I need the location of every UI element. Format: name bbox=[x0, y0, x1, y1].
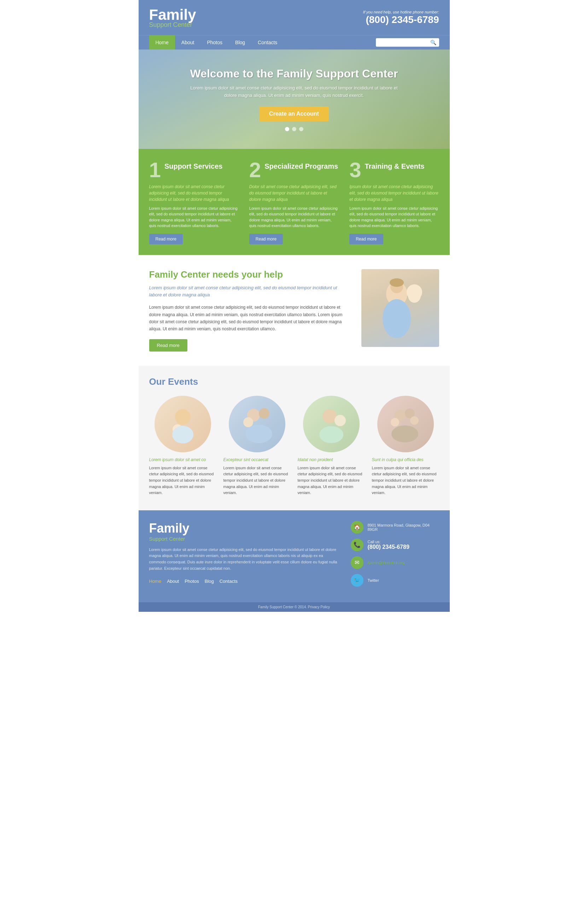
event-title-2: Excepteur sint occaecat bbox=[223, 457, 291, 462]
search-input[interactable] bbox=[379, 40, 428, 45]
footer-left: Family Support Center Lorem ipsum dolor … bbox=[149, 521, 340, 592]
event-circle-4 bbox=[377, 396, 434, 452]
help-highlight: Lorem ipsum dolor sit amet conse ctetur … bbox=[149, 284, 351, 299]
service-highlight-2: Dolor sit amet conse ctetur adipisicing … bbox=[249, 184, 339, 203]
svg-point-7 bbox=[175, 409, 191, 425]
service-title-2: Specialized Programs bbox=[265, 162, 338, 170]
twitter-text: Twitter bbox=[368, 578, 379, 582]
service-programs: 2 Specialized Programs Dolor sit amet co… bbox=[249, 160, 339, 244]
footer-right: 🏠 8901 Marmora Road, Glasgow, D04 89GR 📞… bbox=[351, 521, 439, 592]
event-title-1: Lorem ipsum dolor sit amet co bbox=[149, 457, 216, 462]
events-section: Our Events Lorem ipsum dolor sit amet co… bbox=[139, 366, 450, 510]
header: Family Support Center If you need help, … bbox=[139, 0, 450, 35]
search-bar[interactable]: 🔍 bbox=[376, 38, 439, 47]
svg-point-9 bbox=[172, 426, 194, 443]
hero-title: Welcome to the Family Support Center bbox=[188, 67, 400, 80]
contact-phone: 📞 Call us: (800) 2345-6789 bbox=[351, 539, 439, 551]
address-text: 8901 Marmora Road, Glasgow, D04 89GR bbox=[368, 523, 439, 532]
nav-about[interactable]: About bbox=[175, 36, 201, 50]
svg-point-20 bbox=[410, 416, 418, 425]
service-highlight-3: Ipsum dolor sit amet conse ctetur adipis… bbox=[349, 184, 439, 203]
hero-dot-3[interactable] bbox=[299, 127, 304, 131]
search-icon: 🔍 bbox=[430, 40, 436, 45]
hero-subtitle: Lorem ipsum dolor sit amet conse ctetur … bbox=[188, 84, 400, 99]
help-readmore-button[interactable]: Read more bbox=[149, 339, 187, 351]
event-illustration-2 bbox=[236, 403, 278, 445]
event-illustration-1 bbox=[162, 403, 204, 445]
footer-nav-contacts[interactable]: Contacts bbox=[220, 579, 237, 584]
logo-family: Family bbox=[149, 6, 196, 23]
help-section: Family Center needs your help Lorem ipsu… bbox=[139, 255, 450, 366]
events-title: Our Events bbox=[149, 376, 439, 387]
event-circle-1 bbox=[155, 396, 211, 452]
footer-logo: Family Support Center bbox=[149, 521, 340, 542]
phone-icon: 📞 bbox=[351, 539, 363, 551]
footer-nav-photos[interactable]: Photos bbox=[184, 579, 199, 584]
footer-logo-family: Family bbox=[149, 521, 189, 535]
hero-section: Welcome to the Family Support Center Lor… bbox=[139, 50, 450, 149]
service-readmore-3[interactable]: Read more bbox=[349, 234, 383, 244]
footer-nav-blog[interactable]: Blog bbox=[205, 579, 214, 584]
event-icon-3 bbox=[303, 396, 360, 452]
copyright-text: Family Support Center © 2014. Privacy Po… bbox=[258, 605, 330, 609]
event-text-1: Lorem ipsum dolor sit amet conse ctetur … bbox=[149, 465, 216, 496]
email-text: Admin@demolink.org bbox=[368, 561, 405, 565]
event-circle-3 bbox=[303, 396, 360, 452]
help-text: Lorem ipsum dolor sit amet conse ctetur … bbox=[149, 304, 351, 333]
service-support: 1 Support Services Lorem ipsum dolor sit… bbox=[149, 160, 239, 244]
event-illustration-3 bbox=[310, 403, 352, 445]
svg-point-16 bbox=[319, 426, 343, 443]
event-text-2: Lorem ipsum dolor sit amet conse ctetur … bbox=[223, 465, 291, 496]
service-training: 3 Training & Events Ipsum dolor sit amet… bbox=[349, 160, 439, 244]
svg-point-13 bbox=[246, 425, 272, 443]
svg-point-14 bbox=[323, 409, 337, 423]
nav-contacts[interactable]: Contacts bbox=[251, 36, 284, 50]
event-icon-1 bbox=[155, 396, 211, 452]
hotline-label: If you need help, use hotline phone numb… bbox=[363, 10, 439, 14]
footer-nav-home[interactable]: Home bbox=[149, 579, 162, 584]
event-item-3: Idatat non proident Lorem ipsum dolor si… bbox=[298, 396, 365, 496]
contact-address: 🏠 8901 Marmora Road, Glasgow, D04 89GR bbox=[351, 521, 439, 534]
hero-dots bbox=[188, 127, 400, 131]
nav-home[interactable]: Home bbox=[149, 36, 175, 50]
phone-text: Call us: (800) 2345-6789 bbox=[368, 540, 409, 550]
nav-links: Home About Photos Blog Contacts bbox=[149, 36, 284, 50]
footer-desc: Lorem ipsum dolor sit amet conse ctetur … bbox=[149, 547, 340, 571]
event-icon-2 bbox=[229, 396, 285, 452]
footer-nav-about[interactable]: About bbox=[167, 579, 179, 584]
event-text-4: Lorem ipsum dolor sit amet conse ctetur … bbox=[372, 465, 439, 496]
svg-point-21 bbox=[391, 425, 418, 442]
service-readmore-1[interactable]: Read more bbox=[149, 234, 183, 244]
service-text-1: Lorem ipsum dolor sit amet conse ctetur … bbox=[149, 205, 239, 229]
service-readmore-2[interactable]: Read more bbox=[249, 234, 283, 244]
event-title-4: Sunt in culpa qui officia des bbox=[372, 457, 439, 462]
service-title-1: Support Services bbox=[165, 162, 223, 170]
logo: Family Support Center bbox=[149, 6, 196, 29]
svg-point-5 bbox=[408, 289, 421, 303]
svg-point-15 bbox=[334, 415, 346, 426]
event-illustration-4 bbox=[384, 403, 427, 445]
service-num-3: 3 bbox=[349, 160, 361, 181]
help-image-placeholder bbox=[361, 269, 439, 347]
hotline-number: (800) 2345-6789 bbox=[363, 14, 439, 26]
footer-logo-sub: Support Center bbox=[149, 536, 340, 542]
service-num-1: 1 bbox=[149, 160, 161, 181]
services-section: 1 Support Services Lorem ipsum dolor sit… bbox=[139, 149, 450, 255]
footer-phone: (800) 2345-6789 bbox=[368, 544, 409, 550]
create-account-button[interactable]: Create an Account bbox=[259, 107, 329, 121]
help-image bbox=[361, 269, 439, 347]
hero-dot-1[interactable] bbox=[285, 127, 289, 131]
hotline: If you need help, use hotline phone numb… bbox=[363, 10, 439, 26]
logo-sub: Support Center bbox=[149, 21, 196, 29]
contact-email: ✉ Admin@demolink.org bbox=[351, 556, 439, 569]
svg-point-12 bbox=[243, 417, 253, 427]
nav-photos[interactable]: Photos bbox=[200, 36, 229, 50]
events-grid: Lorem ipsum dolor sit amet co Lorem ipsu… bbox=[149, 396, 439, 496]
hero-dot-2[interactable] bbox=[292, 127, 296, 131]
hero-content: Welcome to the Family Support Center Lor… bbox=[188, 67, 400, 131]
event-icon-4 bbox=[377, 396, 434, 452]
email-link[interactable]: Admin@demolink.org bbox=[368, 561, 405, 565]
service-text-2: Lorem ipsum dolor sit amet conse ctetur … bbox=[249, 205, 339, 229]
svg-point-6 bbox=[383, 299, 411, 338]
nav-blog[interactable]: Blog bbox=[229, 36, 251, 50]
